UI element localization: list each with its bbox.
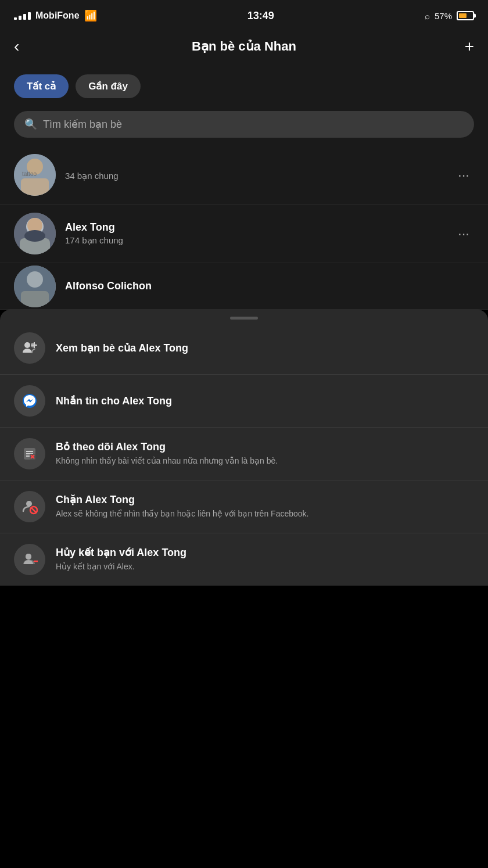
- avatar: tattoo: [14, 154, 56, 196]
- svg-point-12: [24, 342, 30, 348]
- sheet-item-subtitle: Hủy kết bạn với Alex.: [56, 561, 474, 573]
- tab-recent[interactable]: Gần đây: [76, 74, 141, 98]
- sheet-item-title: Bỏ theo dõi Alex Tong: [56, 440, 474, 453]
- sheet-item-text: Nhắn tin cho Alex Tong: [56, 394, 474, 407]
- battery-percent: 57%: [435, 11, 452, 21]
- sheet-item-text: Xem bạn bè của Alex Tong: [56, 342, 474, 354]
- friend-info: Alex Tong 174 bạn chung: [65, 221, 444, 246]
- sheet-item-title: Hủy kết bạn với Alex Tong: [56, 546, 474, 559]
- bottom-sheet: Xem bạn bè của Alex Tong Nhắn tin cho Al…: [0, 310, 488, 586]
- top-nav: ‹ Bạn bè của Nhan +: [0, 29, 488, 64]
- svg-point-8: [24, 230, 45, 242]
- handle-bar: [230, 317, 258, 320]
- svg-line-26: [31, 508, 36, 512]
- svg-text:tattoo: tattoo: [22, 171, 37, 177]
- friend-mutual: 34 bạn chung: [65, 171, 444, 181]
- status-time: 13:49: [247, 10, 274, 22]
- friend-info: 34 bạn chung: [65, 169, 444, 181]
- unfriend-icon: [14, 544, 45, 575]
- sheet-item-subtitle: Alex sẽ không thể nhìn thấy bạn hoặc liê…: [56, 508, 474, 520]
- sheet-item-subtitle: Không nhìn thấy bài viết của nhau nữa nh…: [56, 455, 474, 467]
- svg-rect-2: [21, 178, 49, 196]
- friends-icon: [14, 332, 45, 364]
- sheet-item-text: Bỏ theo dõi Alex Tong Không nhìn thấy bà…: [56, 440, 474, 467]
- sheet-item-text: Chặn Alex Tong Alex sẽ không thể nhìn th…: [56, 493, 474, 520]
- back-button[interactable]: ‹: [14, 37, 40, 56]
- add-button[interactable]: +: [448, 37, 474, 56]
- sheet-item-title: Chặn Alex Tong: [56, 493, 474, 506]
- location-icon: ⌕: [425, 11, 430, 21]
- sheet-item-unfriend[interactable]: Hủy kết bạn với Alex Tong Hủy kết bạn vớ…: [0, 533, 488, 586]
- friend-name: Alfonso Colichon: [65, 280, 474, 292]
- search-placeholder: Tìm kiếm bạn bè: [43, 118, 122, 131]
- sheet-item-title: Nhắn tin cho Alex Tong: [56, 394, 474, 407]
- sheet-item-view-friends[interactable]: Xem bạn bè của Alex Tong: [0, 322, 488, 375]
- page-title: Bạn bè của Nhan: [40, 39, 448, 54]
- messenger-icon: [14, 385, 45, 417]
- block-icon: [14, 491, 45, 522]
- search-bar: 🔍 Tìm kiếm bạn bè: [0, 105, 488, 146]
- friend-info: Alfonso Colichon: [65, 280, 474, 292]
- tab-all[interactable]: Tất cả: [14, 74, 69, 98]
- friend-item: Alex Tong 174 bạn chung ···: [0, 205, 488, 263]
- svg-point-24: [26, 501, 32, 507]
- sheet-handle: [0, 310, 488, 322]
- status-bar: MobiFone 📶 13:49 ⌕ 57%: [0, 0, 488, 29]
- svg-rect-11: [21, 291, 49, 307]
- status-right: ⌕ 57%: [425, 11, 474, 21]
- friend-item: Alfonso Colichon: [0, 263, 488, 310]
- battery-icon: [457, 11, 474, 20]
- sheet-item-text: Hủy kết bạn với Alex Tong Hủy kết bạn vớ…: [56, 546, 474, 573]
- filter-tabs: Tất cả Gần đây: [0, 64, 488, 105]
- friend-mutual: 174 bạn chung: [65, 235, 444, 246]
- carrier-name: MobiFone: [35, 10, 80, 21]
- sheet-item-title: Xem bạn bè của Alex Tong: [56, 342, 474, 354]
- unfollow-icon: [14, 438, 45, 469]
- friend-name: Alex Tong: [65, 221, 444, 234]
- sheet-item-message[interactable]: Nhắn tin cho Alex Tong: [0, 375, 488, 428]
- sheet-item-block[interactable]: Chặn Alex Tong Alex sẽ không thể nhìn th…: [0, 480, 488, 533]
- svg-point-28: [26, 554, 31, 559]
- avatar: [14, 266, 56, 307]
- sheet-item-unfollow[interactable]: Bỏ theo dõi Alex Tong Không nhìn thấy bà…: [0, 428, 488, 480]
- avatar: [14, 213, 56, 254]
- friends-list: tattoo 34 bạn chung ··· Alex Tong 174 bạ…: [0, 146, 488, 310]
- search-icon: 🔍: [24, 118, 37, 131]
- friend-item: tattoo 34 bạn chung ···: [0, 146, 488, 205]
- friend-more-button[interactable]: ···: [453, 221, 474, 246]
- signal-icon: [14, 12, 31, 20]
- wifi-icon: 📶: [84, 9, 97, 22]
- status-left: MobiFone 📶: [14, 9, 97, 22]
- svg-point-10: [27, 271, 43, 288]
- search-input-wrapper[interactable]: 🔍 Tìm kiếm bạn bè: [14, 111, 474, 138]
- friend-more-button[interactable]: ···: [453, 162, 474, 188]
